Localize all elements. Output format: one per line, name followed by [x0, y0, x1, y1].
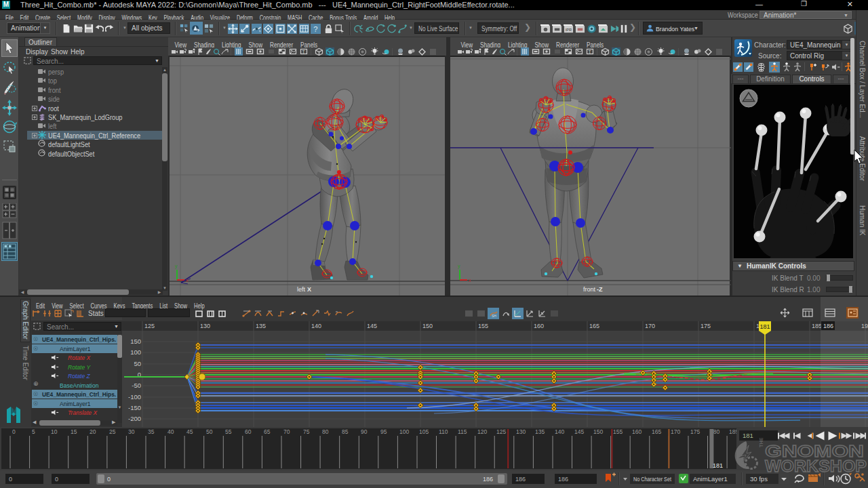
svg-text:5: 5: [32, 428, 35, 435]
svg-text:186: 186: [558, 476, 568, 483]
svg-text:100: 100: [399, 428, 409, 435]
svg-text:SH: SH: [492, 314, 496, 318]
svg-text:60: 60: [245, 428, 252, 435]
svg-text:145: 145: [574, 428, 584, 435]
svg-text:145: 145: [367, 323, 377, 329]
svg-text:15: 15: [71, 428, 77, 435]
svg-text:-150: -150: [128, 404, 141, 411]
svg-text:150: 150: [130, 338, 141, 345]
svg-text:85: 85: [342, 428, 349, 435]
svg-text:y: y: [458, 264, 460, 269]
svg-text:155: 155: [613, 428, 623, 435]
svg-text:y: y: [175, 264, 178, 269]
svg-text:20: 20: [90, 428, 96, 435]
svg-text:front: front: [583, 286, 596, 293]
svg-text:65: 65: [264, 428, 271, 435]
svg-text:175: 175: [690, 428, 700, 435]
svg-text:40: 40: [167, 428, 174, 435]
svg-text:0: 0: [55, 476, 58, 483]
svg-text:25: 25: [109, 428, 116, 435]
svg-text:120: 120: [477, 428, 487, 435]
svg-text:160: 160: [534, 323, 544, 329]
svg-text:50: 50: [134, 360, 141, 367]
svg-text:186: 186: [483, 476, 493, 483]
svg-text:165: 165: [589, 323, 599, 329]
svg-text:150: 150: [422, 323, 433, 329]
svg-text:30: 30: [128, 428, 135, 435]
svg-text:160: 160: [632, 428, 642, 435]
svg-text:-100: -100: [128, 393, 141, 401]
svg-text:30 fps: 30 fps: [750, 475, 768, 483]
svg-text:181: 181: [760, 323, 770, 330]
svg-text:90: 90: [361, 428, 368, 435]
svg-text:-Z: -Z: [597, 286, 603, 293]
svg-text:186: 186: [515, 476, 526, 483]
svg-text:150: 150: [593, 428, 603, 435]
svg-text:T: T: [589, 49, 592, 54]
svg-text:THE: THE: [758, 438, 764, 447]
svg-text:125: 125: [144, 323, 155, 329]
svg-text:AnimLayer1: AnimLayer1: [693, 475, 728, 483]
svg-text:0: 0: [9, 476, 12, 483]
svg-text:left: left: [297, 286, 306, 293]
svg-text:185: 185: [812, 323, 822, 329]
svg-text:19: 19: [861, 323, 868, 329]
svg-text:35: 35: [148, 428, 155, 435]
svg-text:140: 140: [555, 428, 564, 435]
svg-text:10: 10: [51, 428, 58, 435]
svg-text:135: 135: [535, 428, 545, 435]
svg-text:x: x: [469, 278, 471, 283]
svg-text:130: 130: [516, 428, 526, 435]
svg-text:186: 186: [823, 323, 833, 329]
svg-text:0: 0: [107, 476, 111, 483]
svg-text:WORKSHOP: WORKSHOP: [765, 457, 867, 474]
svg-text:80: 80: [322, 428, 329, 435]
svg-text:75: 75: [303, 428, 310, 435]
svg-text:165: 165: [652, 428, 661, 435]
svg-text:X: X: [307, 286, 311, 293]
svg-text:135: 135: [256, 323, 266, 329]
svg-text:130: 130: [200, 323, 210, 329]
svg-text:45: 45: [186, 428, 193, 435]
svg-text:?: ?: [313, 25, 317, 33]
svg-text:100: 100: [130, 348, 141, 356]
svg-text:70: 70: [283, 428, 290, 435]
svg-text:115: 115: [458, 428, 467, 435]
svg-text:IPR: IPR: [566, 28, 572, 32]
svg-text:181: 181: [713, 462, 723, 469]
svg-text:155: 155: [478, 323, 488, 329]
svg-text:95: 95: [380, 428, 387, 435]
svg-text:170: 170: [645, 323, 655, 329]
svg-text:-200: -200: [128, 415, 141, 422]
svg-text:50: 50: [206, 428, 213, 435]
svg-text:No Character Set: No Character Set: [633, 476, 671, 483]
svg-text:175: 175: [701, 323, 711, 329]
svg-text:-50: -50: [132, 382, 141, 389]
svg-text:0: 0: [12, 428, 16, 435]
svg-text:55: 55: [225, 428, 232, 435]
svg-text:110: 110: [439, 428, 448, 435]
svg-text:x: x: [186, 278, 189, 283]
svg-text:T: T: [302, 49, 306, 54]
svg-text:140: 140: [311, 323, 321, 329]
svg-text:170: 170: [671, 428, 680, 435]
svg-text:105: 105: [419, 428, 429, 435]
svg-text:125: 125: [496, 428, 506, 435]
